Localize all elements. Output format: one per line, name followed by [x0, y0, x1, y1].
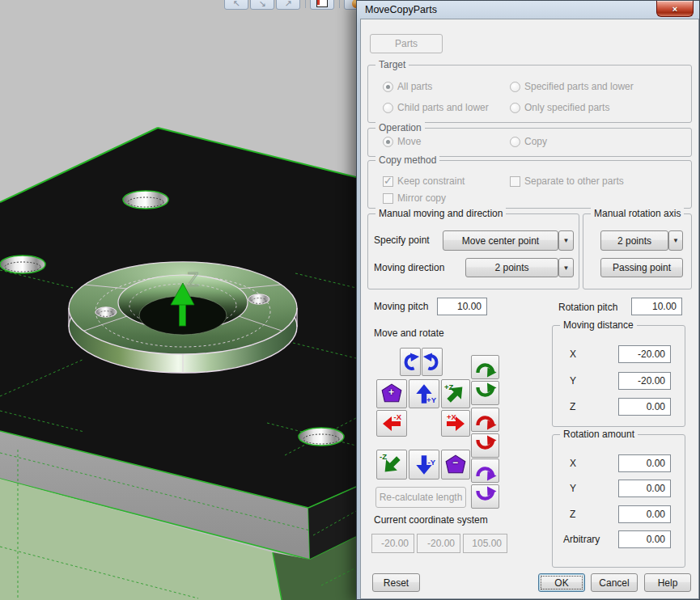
- rotate-y-ccw-button[interactable]: [471, 433, 499, 458]
- specify-point-label: Specify point: [374, 235, 430, 246]
- moving-distance-group-label: Moving distance: [560, 319, 637, 331]
- moving-distance-x-field[interactable]: -20.00: [618, 345, 671, 363]
- move-minus-y-button[interactable]: -Y: [409, 450, 439, 480]
- arc-ccw-icon: [474, 382, 497, 404]
- checkbox-separate[interactable]: Separate to other parts: [510, 175, 624, 187]
- rotation-x-field[interactable]: 0.00: [618, 454, 671, 472]
- toolbar-button-1[interactable]: ↖: [224, 0, 248, 10]
- radio-child-parts[interactable]: Child parts and lower: [383, 102, 489, 113]
- move-plus-y-button[interactable]: +Y: [409, 379, 439, 408]
- minus-y-label: -Y: [428, 458, 436, 467]
- parts-button[interactable]: Parts: [370, 34, 443, 53]
- rotate-x-cw-button[interactable]: [471, 355, 499, 379]
- checkbox-keep-constraint[interactable]: Keep constraint: [383, 175, 465, 187]
- rotation-axis-dropdown[interactable]: 2 points: [600, 230, 668, 251]
- radio-move[interactable]: Move: [383, 136, 421, 147]
- rotate-x-ccw-button[interactable]: [471, 381, 499, 405]
- moving-distance-y-field[interactable]: -20.00: [618, 372, 671, 390]
- moving-pitch-label: Moving pitch: [374, 301, 428, 312]
- plate-hole[interactable]: [299, 428, 344, 446]
- manual-moving-group-label: Manual moving and direction: [375, 208, 506, 219]
- rotation-z-label: Z: [570, 509, 575, 520]
- move-plus-z-button[interactable]: +Z: [441, 379, 470, 408]
- rotate-z-cw-button[interactable]: [471, 458, 499, 483]
- plus-x-label: +X: [447, 413, 456, 421]
- help-button[interactable]: Help: [644, 573, 691, 592]
- toolbar-window-button[interactable]: [310, 0, 334, 10]
- toolbar-button-3[interactable]: ↗: [276, 0, 300, 10]
- specify-point-dropdown-arrow[interactable]: ▼: [558, 230, 574, 251]
- checkbox-icon: [510, 176, 520, 187]
- radio-only-specified[interactable]: Only specified parts: [510, 102, 609, 113]
- operation-group: Operation Move Copy: [367, 128, 692, 157]
- moving-distance-x-label: X: [570, 349, 576, 360]
- move-arbitrary-plus-button[interactable]: +: [376, 379, 407, 408]
- move-plus-x-button[interactable]: +X: [441, 410, 470, 437]
- cancel-button[interactable]: Cancel: [591, 573, 638, 592]
- current-y-field: -20.00: [417, 534, 460, 553]
- operation-group-label: Operation: [375, 122, 425, 133]
- move-minus-z-button[interactable]: -Z: [376, 450, 407, 480]
- current-z-field: 105.00: [463, 534, 507, 553]
- radio-specified-parts[interactable]: Specified parts and lower: [510, 81, 634, 92]
- ok-button[interactable]: OK: [538, 573, 585, 592]
- flange-bolt-hole[interactable]: [95, 307, 117, 317]
- radio-copy[interactable]: Copy: [510, 136, 547, 147]
- flange-bolt-hole[interactable]: [248, 294, 269, 304]
- rotate-ccw-icon: [401, 352, 420, 373]
- dialog-titlebar[interactable]: MoveCopyParts: [357, 1, 699, 19]
- rotate-cw-icon: [422, 352, 442, 373]
- passing-point-button[interactable]: Passing point: [600, 258, 683, 277]
- move-minus-x-button[interactable]: -X: [376, 410, 407, 437]
- rotation-y-label: Y: [570, 483, 576, 494]
- specify-point-dropdown[interactable]: Move center point: [443, 230, 558, 251]
- moving-direction-label: Moving direction: [374, 262, 444, 273]
- rotation-pitch-label: Rotation pitch: [558, 302, 617, 313]
- rotation-pitch-field[interactable]: 10.00: [631, 298, 682, 315]
- plate-hole[interactable]: [123, 191, 168, 209]
- copy-method-group: Copy method Keep constraint Separate to …: [367, 160, 692, 209]
- window-icon: [316, 0, 328, 7]
- rotate-view-ccw-button[interactable]: [400, 348, 421, 376]
- moving-distance-y-label: Y: [570, 375, 576, 387]
- model-scene: Z: [0, 0, 356, 600]
- rotation-y-field[interactable]: 0.00: [618, 480, 671, 497]
- moving-distance-z-label: Z: [570, 401, 575, 412]
- moving-direction-dropdown-arrow[interactable]: ▼: [558, 258, 574, 277]
- chevron-down-icon: ▼: [563, 264, 570, 272]
- minus-x-label: -X: [394, 413, 402, 421]
- plus-z-label: +Z: [444, 383, 453, 391]
- plate-hole[interactable]: [0, 256, 45, 273]
- target-group-label: Target: [375, 59, 409, 70]
- plus-y-label: +Y: [426, 396, 436, 404]
- 3d-viewport[interactable]: Z ↖ ↘ ↗: [0, 0, 356, 600]
- moving-direction-dropdown[interactable]: 2 points: [465, 258, 558, 277]
- move-arbitrary-minus-button[interactable]: −: [441, 450, 470, 480]
- copy-method-group-label: Copy method: [375, 154, 439, 166]
- radio-all-parts[interactable]: All parts: [383, 81, 432, 92]
- minus-z-label: -Z: [380, 453, 387, 461]
- rotate-view-cw-button[interactable]: [422, 348, 443, 376]
- rotate-y-cw-button[interactable]: [471, 408, 499, 432]
- radio-icon: [510, 137, 520, 147]
- close-button[interactable]: ×: [656, 1, 694, 17]
- rotation-arbitrary-field[interactable]: 0.00: [618, 530, 671, 548]
- movecopyparts-dialog: MoveCopyParts × Parts Target All parts S…: [356, 0, 700, 600]
- toolbar-separator: [339, 0, 340, 8]
- rotation-axis-dropdown-arrow[interactable]: ▼: [668, 230, 683, 251]
- manual-rotation-group-label: Manual rotation axis: [591, 208, 684, 219]
- arrow-icon: ↘: [258, 0, 265, 9]
- reset-button[interactable]: Reset: [372, 573, 420, 592]
- rotate-z-ccw-button[interactable]: [471, 484, 499, 509]
- checkbox-mirror-copy[interactable]: Mirror copy: [383, 192, 446, 204]
- rotation-z-field[interactable]: 0.00: [618, 505, 671, 523]
- arrow-icon: ↗: [284, 0, 291, 9]
- recalculate-length-button[interactable]: Re-calculate length: [375, 487, 466, 508]
- arc-cw-icon: [474, 409, 497, 430]
- manual-moving-group: Manual moving and direction: [367, 213, 579, 289]
- toolbar-button-2[interactable]: ↘: [250, 0, 274, 10]
- move-and-rotate-label: Move and rotate: [374, 327, 444, 339]
- moving-pitch-field[interactable]: 10.00: [437, 298, 487, 315]
- moving-distance-z-field[interactable]: 0.00: [618, 398, 671, 416]
- manual-rotation-group: Manual rotation axis: [583, 213, 692, 289]
